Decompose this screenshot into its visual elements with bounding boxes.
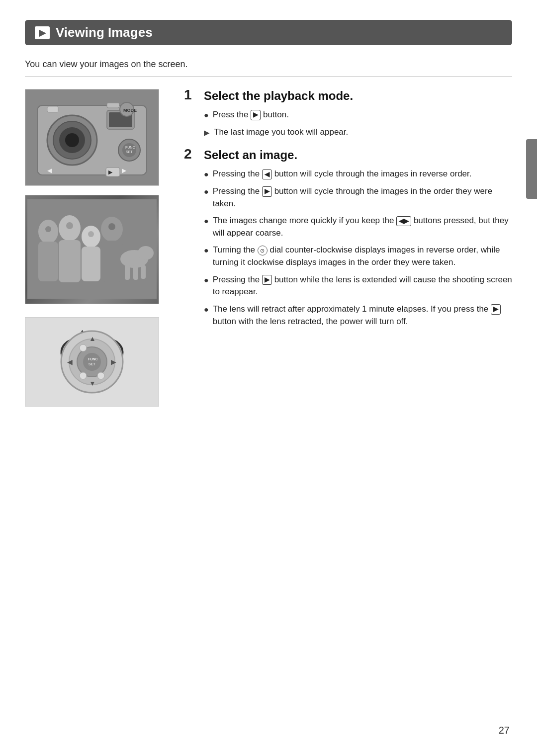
step-2-bullet-4: ● Turning the ⊙ dial counter-clockwise d… [204,244,512,268]
step-1-bullet-1-text: Press the ▶ button. [213,109,289,121]
bullet-icon: ● [204,274,209,286]
svg-text:◀: ◀ [67,358,73,366]
step-2: 2 Select an image. ● Pressing the ◀ butt… [184,148,512,328]
main-content: MODE FUNC SET ◀ ▶ ▶ [25,89,512,407]
svg-point-35 [88,231,94,237]
svg-point-36 [108,223,115,230]
svg-point-33 [45,226,51,232]
svg-point-49 [80,344,87,351]
playback-button-icon-2: ▶ [262,275,272,285]
arrow-icon: ▶ [204,127,210,138]
page-number: 27 [499,725,510,736]
step-1: 1 Select the playback mode. ● Press the … [184,89,512,138]
svg-text:MODE: MODE [123,108,137,113]
step-2-number: 2 [184,146,198,162]
instruction-column: 1 Select the playback mode. ● Press the … [184,89,512,407]
svg-rect-23 [59,240,81,282]
step-1-number: 1 [184,87,198,103]
svg-text:▶: ▶ [108,169,113,175]
svg-text:SET: SET [89,362,95,366]
bullet-icon: ● [204,245,209,256]
step-2-bullet-1: ● Pressing the ◀ button will cycle throu… [204,168,512,180]
svg-text:▶: ▶ [111,358,116,366]
camera-image: MODE FUNC SET ◀ ▶ ▶ [25,89,159,186]
svg-rect-30 [125,265,130,280]
page-header: ▶ Viewing Images [25,20,512,45]
step-2-bullet-3-text: The images change more quickly if you ke… [213,215,512,239]
svg-rect-27 [101,241,123,282]
svg-rect-25 [82,247,100,281]
step-1-bullets: ● Press the ▶ button. ▶ The last image y… [204,109,512,138]
step-2-bullet-3: ● The images change more quickly if you … [204,215,512,239]
svg-rect-31 [133,265,138,280]
svg-point-48 [97,372,104,379]
svg-point-29 [138,246,154,260]
bullet-icon: ● [204,304,209,315]
dial-container: FUNC SET ▲ ▼ ◀ ▶ [25,318,159,406]
svg-text:▼: ▼ [89,379,96,387]
step-2-bullet-1-text: Pressing the ◀ button will cycle through… [213,168,472,180]
step-2-bullet-6-text: The lens will retract after approximatel… [213,303,512,328]
svg-text:▲: ▲ [89,335,96,342]
step-2-bullet-5-text: Pressing the ▶ button while the lens is … [213,274,512,298]
intro-text: You can view your images on the screen. [25,59,512,70]
dial-svg: FUNC SET ▲ ▼ ◀ ▶ [37,322,147,402]
step-1-bullet-2-text: The last image you took will appear. [214,126,348,139]
bullet-icon: ● [204,168,209,180]
left-arrow-button: ◀ [262,169,272,179]
step-2-bullet-2: ● Pressing the ▶ button will cycle throu… [204,185,512,210]
camera-svg: MODE FUNC SET ◀ ▶ ▶ [32,95,152,180]
bullet-icon: ● [204,186,209,197]
svg-rect-21 [38,242,58,281]
lr-buttons-icon: ◀▶ [396,216,411,226]
step-2-title: Select an image. [204,148,512,162]
svg-rect-8 [47,106,58,112]
playback-icon: ▶ [35,26,50,39]
step-2-bullet-2-text: Pressing the ▶ button will cycle through… [213,185,512,210]
dial-icon: ⊙ [258,246,268,255]
step-1-content: Select the playback mode. ● Press the ▶ … [204,89,512,138]
svg-point-34 [66,222,73,229]
step-2-bullets: ● Pressing the ◀ button will cycle throu… [204,168,512,328]
step-1-bullet-1: ● Press the ▶ button. [204,109,512,121]
sidebar-tab [526,139,537,199]
svg-text:▶: ▶ [122,167,127,174]
page-title: Viewing Images [56,25,153,40]
svg-point-47 [80,372,87,379]
bullet-icon: ● [204,109,209,121]
step-2-bullet-6: ● The lens will retract after approximat… [204,303,512,328]
step-2-content: Select an image. ● Pressing the ◀ button… [204,148,512,328]
kids-image [25,195,159,304]
right-arrow-button: ▶ [262,186,272,196]
svg-point-40 [83,353,101,371]
divider [25,77,512,77]
dial-image: FUNC SET ▲ ▼ ◀ ▶ [25,317,159,407]
bullet-icon: ● [204,215,209,227]
image-column: MODE FUNC SET ◀ ▶ ▶ [25,89,169,407]
step-2-bullet-5: ● Pressing the ▶ button while the lens i… [204,274,512,298]
svg-text:SET: SET [126,150,133,154]
playback-button-icon-3: ▶ [491,304,501,314]
step-1-title: Select the playback mode. [204,89,512,103]
playback-button-icon: ▶ [251,110,261,120]
svg-text:FUNC: FUNC [88,357,97,361]
svg-text:◀: ◀ [47,167,52,174]
svg-text:FUNC: FUNC [125,146,135,149]
svg-rect-32 [141,265,146,279]
step-1-bullet-2: ▶ The last image you took will appear. [204,126,512,139]
svg-rect-7 [107,103,119,108]
step-2-bullet-4-text: Turning the ⊙ dial counter-clockwise dis… [213,244,512,268]
kids-placeholder [25,195,159,304]
svg-point-4 [65,133,79,147]
kids-svg [27,199,157,299]
